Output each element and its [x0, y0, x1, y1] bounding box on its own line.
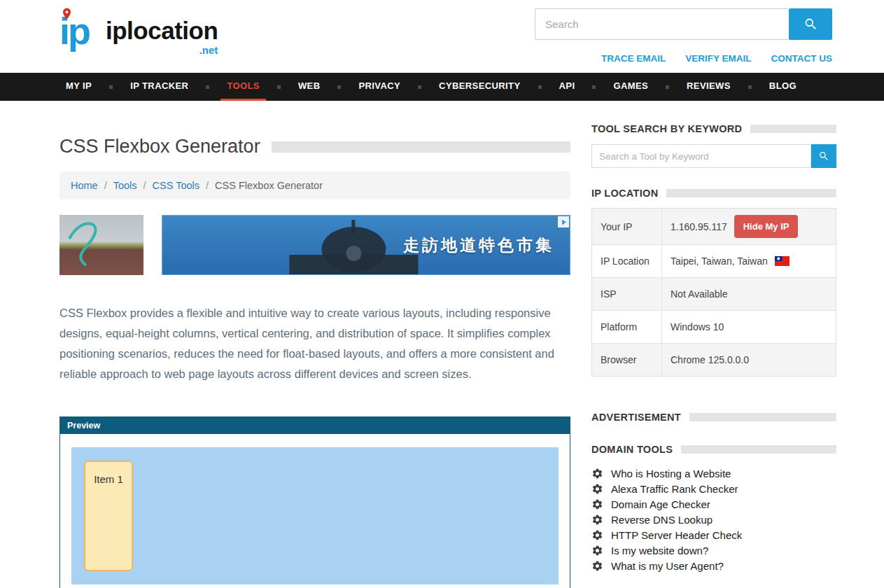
taiwan-flag-icon: [775, 256, 790, 266]
breadcrumb-tools-link[interactable]: Tools: [113, 180, 137, 191]
logo-tld: .net: [199, 44, 218, 56]
nav-link-reviews[interactable]: REVIEWS: [680, 73, 737, 101]
breadcrumb-separator: /: [206, 180, 209, 191]
logo-wordmark: iplocation: [106, 18, 218, 43]
domain-tool-label: Who is Hosting a Website: [611, 468, 731, 479]
advertisement-title: ADVERTISEMENT: [591, 412, 681, 423]
domain-tool-label: What is my User Agent?: [611, 560, 724, 572]
domain-tools-title: DOMAIN TOOLS: [591, 444, 673, 455]
nav-item-blog: BLOG: [737, 73, 803, 101]
domain-tool-hosting[interactable]: Who is Hosting a Website: [591, 465, 836, 481]
tool-search-box: [591, 144, 836, 168]
heading-decorative-bar: [750, 125, 836, 133]
nav-item-reviews: REVIEWS: [654, 73, 737, 101]
nav-link-cybersecurity[interactable]: CYBERSECURITY: [433, 73, 526, 101]
trace-email-link[interactable]: TRACE EMAIL: [601, 53, 666, 64]
nav-link-web[interactable]: WEB: [292, 73, 327, 101]
domain-tool-label: HTTP Server Header Check: [611, 529, 742, 541]
platform-value: Windows 10: [662, 311, 836, 344]
tool-search-title: TOOL SEARCH BY KEYWORD: [591, 123, 742, 134]
ad-photo-panel: [59, 215, 143, 275]
nav-link-games[interactable]: GAMES: [607, 73, 654, 101]
domain-tool-label: Is my website down?: [611, 545, 708, 556]
gear-icon: [591, 468, 603, 479]
page-title: CSS Flexbox Generator: [59, 136, 260, 158]
nav-item-tools: TOOLS: [195, 73, 266, 101]
ad-banner[interactable]: 走訪地道特色市集: [59, 215, 570, 276]
breadcrumb-home-link[interactable]: Home: [71, 180, 98, 191]
search-icon: [804, 17, 818, 31]
ip-location-title: IP LOCATION: [591, 188, 658, 199]
row-label: Your IP: [592, 209, 662, 245]
ad-main-panel: 走訪地道特色市集: [162, 215, 570, 275]
tool-search-button[interactable]: [811, 144, 836, 168]
adchoices-icon[interactable]: [558, 216, 569, 227]
row-label: IP Location: [592, 245, 662, 278]
ad-headline: 走訪地道特色市集: [403, 234, 554, 256]
sidebar: TOOL SEARCH BY KEYWORD IP LOCATION Your …: [591, 123, 836, 573]
ad-decorative-line: [59, 215, 143, 275]
table-row-browser: Browser Chrome 125.0.0.0: [592, 344, 836, 377]
breadcrumb-separator: /: [143, 180, 146, 191]
table-row-ip-location: IP Location Taipei, Taiwan, Taiwan: [592, 245, 836, 278]
table-row-platform: Platform Windows 10: [592, 311, 836, 344]
nav-link-tools[interactable]: TOOLS: [220, 73, 266, 101]
domain-tool-website-down[interactable]: Is my website down?: [591, 542, 836, 558]
advertisement-heading: ADVERTISEMENT: [591, 412, 836, 423]
heading-decorative-bar: [666, 189, 836, 197]
breadcrumb-separator: /: [104, 180, 107, 191]
domain-tool-alexa-rank[interactable]: Alexa Traffic Rank Checker: [591, 481, 836, 496]
contact-us-link[interactable]: CONTACT US: [771, 53, 833, 64]
ip-location-heading: IP LOCATION: [591, 188, 836, 199]
domain-tool-domain-age[interactable]: Domain Age Checker: [591, 496, 836, 512]
heading-decorative-bar: [689, 413, 836, 421]
site-search-input[interactable]: [535, 8, 789, 40]
breadcrumb-css-tools-link[interactable]: CSS Tools: [153, 180, 199, 191]
ip-location-value: Taipei, Taiwan, Taiwan: [671, 255, 768, 267]
domain-tools-list: Who is Hosting a Website Alexa Traffic R…: [591, 465, 836, 573]
title-decorative-bar: [272, 141, 570, 153]
gear-icon: [591, 545, 603, 556]
nav-item-ip-tracker: IP TRACKER: [98, 73, 195, 101]
tool-description: CSS Flexbox provides a flexible and intu…: [59, 303, 570, 384]
main-column: CSS Flexbox Generator Home / Tools / CSS…: [59, 101, 570, 588]
nav-link-blog[interactable]: BLOG: [763, 73, 803, 101]
heading-decorative-bar: [681, 445, 836, 454]
flexbox-preview-item[interactable]: Item 1: [84, 461, 133, 571]
nav-item-my-ip: MY IP: [59, 73, 98, 101]
site-search-button[interactable]: [789, 8, 832, 40]
tool-search-input[interactable]: [591, 144, 811, 168]
your-ip-value: 1.160.95.117: [671, 221, 727, 232]
nav-link-api[interactable]: API: [553, 73, 582, 101]
nav-item-cybersecurity: CYBERSECURITY: [407, 73, 526, 101]
gear-icon: [591, 498, 603, 510]
nav-link-privacy[interactable]: PRIVACY: [352, 73, 407, 101]
preview-panel-body: Item 1: [60, 434, 570, 588]
domain-tool-user-agent[interactable]: What is my User Agent?: [591, 558, 836, 573]
hide-my-ip-button[interactable]: Hide My IP: [734, 215, 799, 238]
domain-tool-label: Domain Age Checker: [611, 498, 710, 510]
ip-location-table: Your IP 1.160.95.117 Hide My IP IP Locat…: [591, 208, 836, 377]
nav-item-web: WEB: [266, 73, 327, 101]
logo-ip-mark: ip: [59, 7, 106, 55]
preview-panel-header: Preview: [60, 417, 570, 434]
isp-value: Not Available: [662, 278, 836, 311]
nav-link-my-ip[interactable]: MY IP: [59, 73, 98, 101]
domain-tool-reverse-dns[interactable]: Reverse DNS Lookup: [591, 512, 836, 527]
domain-tools-heading: DOMAIN TOOLS: [591, 444, 836, 455]
site-logo[interactable]: ip iplocation .net: [59, 7, 218, 56]
row-label: Platform: [592, 311, 662, 344]
verify-email-link[interactable]: VERIFY EMAIL: [685, 53, 751, 64]
nav-item-games: GAMES: [581, 73, 654, 101]
gear-icon: [591, 514, 603, 526]
domain-tool-http-header[interactable]: HTTP Server Header Check: [591, 527, 836, 542]
domain-tool-label: Reverse DNS Lookup: [611, 514, 713, 526]
search-icon: [818, 150, 829, 162]
nav-link-ip-tracker[interactable]: IP TRACKER: [124, 73, 195, 101]
header-links: TRACE EMAIL VERIFY EMAIL CONTACT US: [601, 53, 832, 64]
table-row-isp: ISP Not Available: [592, 278, 836, 311]
gear-icon: [591, 483, 603, 495]
breadcrumb-current: CSS Flexbox Generator: [215, 180, 323, 191]
site-header: ip iplocation .net TRACE EMAIL VERIFY EM…: [0, 0, 884, 73]
table-row-your-ip: Your IP 1.160.95.117 Hide My IP: [592, 209, 836, 245]
